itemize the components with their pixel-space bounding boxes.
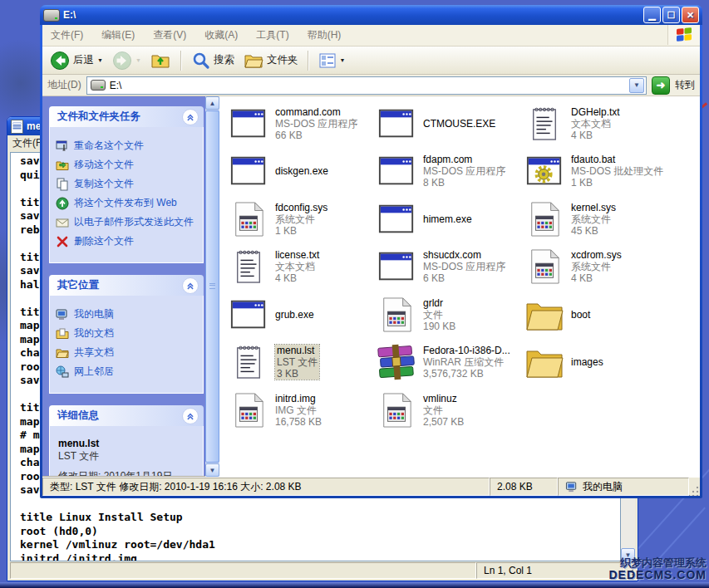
system-file-icon [231,390,266,430]
task-move[interactable]: 移动这个文件 [56,159,198,172]
explorer-titlebar[interactable]: E:\ ▁ ☐ ✕ [40,5,702,25]
place-network[interactable]: 网上邻居 [56,365,198,379]
menu-view[interactable]: 查看(V) [153,28,186,42]
menu-edit[interactable]: 编辑(E) [101,28,135,42]
minimize-button[interactable]: ▁ [643,7,661,23]
menu-favorites[interactable]: 收藏(A) [204,28,238,42]
folders-button[interactable]: 文件夹 [241,50,301,71]
move-file-icon [56,159,69,172]
file-type: LST 文件 [277,356,318,368]
system-file-icon [231,199,266,239]
file-tile[interactable]: shsucdx.comMS-DOS 应用程序6 KB [376,243,524,292]
place-my-computer[interactable]: 我的电脑 [56,308,198,321]
file-tile[interactable]: command.comMS-DOS 应用程序66 KB [228,100,376,148]
file-tile[interactable]: xcdrom.sys系统文件4 KB [524,243,672,292]
address-dropdown-icon[interactable]: ▼ [629,78,644,93]
file-tile[interactable]: himem.exe [376,195,524,243]
file-tile[interactable]: CTMOUSE.EXE [376,100,524,148]
file-size: 1 KB [571,177,663,189]
details-header[interactable]: 详细信息 [49,405,204,426]
file-tile[interactable]: initrd.imgIMG 文件16,758 KB [228,386,376,434]
file-name: DGHelp.txt [571,106,620,118]
file-tile-selected[interactable]: menu.lstLST 文件3 KB [228,339,376,387]
system-file-icon [379,295,414,335]
collapse-chevron-icon[interactable] [182,109,199,125]
file-size: 3,576,732 KB [423,368,510,380]
chevron-down-icon[interactable]: ▼ [135,57,141,63]
winrar-archive-icon [377,343,416,381]
file-type: 文件 [423,309,455,321]
forward-button[interactable]: ▼ [110,49,144,72]
system-file-icon [379,390,414,430]
file-tasks-header[interactable]: 文件和文件夹任务 [49,106,204,127]
file-type: 系统文件 [571,261,622,272]
task-rename[interactable]: 重命名这个文件 [56,140,198,153]
file-type: 文本文档 [275,261,319,272]
go-button[interactable]: ➜ [652,76,670,95]
file-tile[interactable]: fdapm.comMS-DOS 应用程序8 KB [376,148,524,196]
file-name: fdconfig.sys [275,202,327,213]
file-tile[interactable]: diskgen.exe [228,148,376,196]
shared-documents-icon [56,346,69,360]
collapse-chevron-icon[interactable] [182,277,199,294]
file-type: 系统文件 [275,213,327,225]
menu-help[interactable]: 帮助(H) [308,28,342,42]
place-my-documents[interactable]: 我的文档 [56,327,198,341]
maximize-button[interactable]: ☐ [662,7,680,23]
views-button[interactable]: ▼ [317,51,347,70]
file-tile[interactable]: vmlinuz文件2,507 KB [376,386,524,434]
place-label: 网上邻居 [74,365,114,377]
file-size: 4 KB [275,272,319,284]
file-type: 系统文件 [571,213,616,225]
file-tile[interactable]: fdconfig.sys系统文件1 KB [228,195,376,243]
taskpane-scrollbar[interactable]: ▲ ▼ [205,96,219,477]
file-name: fdapm.com [423,154,505,165]
resize-grip[interactable] [689,485,700,496]
file-tile[interactable]: kernel.sys系统文件45 KB [524,195,672,243]
folder-tile[interactable]: boot [524,291,672,339]
task-delete[interactable]: 删除这个文件 [56,235,198,248]
file-tile[interactable]: grub.exe [228,291,376,339]
file-type: IMG 文件 [275,404,322,416]
file-list-area[interactable]: command.comMS-DOS 应用程序66 KB diskgen.exe … [219,96,700,477]
search-button[interactable]: 搜索 [190,50,237,71]
task-label: 移动这个文件 [74,159,134,170]
file-type: MS-DOS 应用程序 [423,165,505,177]
text-file-icon [233,342,264,382]
chevron-down-icon[interactable]: ▼ [97,57,103,63]
dedecms-watermark: 织梦内容管理系统 DEDECMS.COM [608,556,707,581]
close-button[interactable]: ✕ [682,7,699,23]
batch-file-icon [525,153,564,189]
file-size: 190 KB [423,321,455,332]
task-email[interactable]: 以电子邮件形式发送此文件 [56,216,198,229]
file-tile[interactable]: DGHelp.txt文本文档4 KB [524,100,672,148]
file-tile[interactable]: grldr文件190 KB [376,291,524,339]
network-places-icon [56,365,69,379]
file-tile[interactable]: Fedora-10-i386-D...WinRAR 压缩文件3,576,732 … [376,339,524,387]
file-size: 6 KB [423,272,505,284]
other-places-header[interactable]: 其它位置 [49,275,204,296]
scrollbar-thumb[interactable] [205,110,219,463]
file-name: grldr [423,297,455,309]
scroll-down-icon[interactable]: ▼ [205,463,219,477]
task-label: 将这个文件发布到 Web [74,197,177,208]
task-label: 重命名这个文件 [74,140,144,151]
menu-file[interactable]: 文件(F) [51,28,83,42]
menu-tools[interactable]: 工具(T) [256,28,288,42]
task-publish[interactable]: 将这个文件发布到 Web [56,197,198,210]
msdos-app-icon [377,105,416,142]
up-button[interactable] [148,50,173,71]
msdos-app-icon [229,296,268,333]
folder-tile[interactable]: images [524,339,672,387]
back-button[interactable]: 后退 ▼ [47,49,106,72]
chevron-down-icon[interactable]: ▼ [339,57,345,63]
scroll-up-icon[interactable]: ▲ [205,96,219,110]
place-shared-documents[interactable]: 共享文档 [56,346,198,360]
back-icon [50,51,70,71]
file-tile[interactable]: fdauto.batMS-DOS 批处理文件1 KB [524,148,672,196]
collapse-chevron-icon[interactable] [182,408,199,424]
address-input[interactable]: E:\ ▼ [86,76,647,95]
file-size: 1 KB [275,225,327,237]
task-copy[interactable]: 复制这个文件 [56,178,198,191]
file-tile[interactable]: license.txt文本文档4 KB [228,243,376,292]
